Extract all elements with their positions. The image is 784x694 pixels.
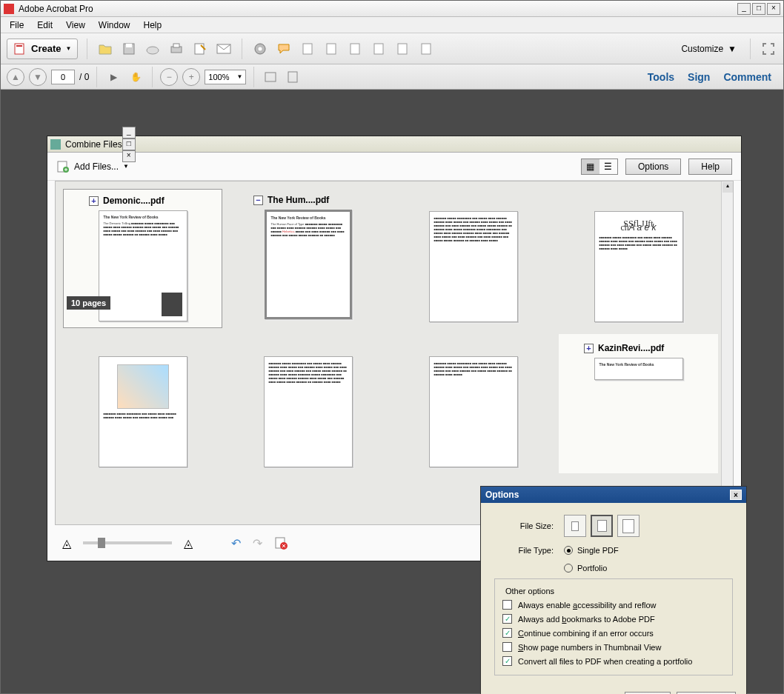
page-thumbnail[interactable]: The New York Review of Books The Human F… bbox=[265, 210, 352, 319]
print-icon[interactable] bbox=[167, 40, 185, 58]
bookmarks-checkbox[interactable]: ✓ bbox=[502, 614, 512, 624]
collapse-icon[interactable]: − bbox=[253, 196, 263, 205]
expand-icon[interactable]: + bbox=[89, 196, 99, 206]
comment-icon[interactable] bbox=[275, 40, 293, 58]
thumbnail-view-button[interactable]: ▦ bbox=[582, 159, 599, 174]
page-thumbnail[interactable]: The New York Review of Books The Demonic… bbox=[99, 210, 187, 321]
help-button[interactable]: Help bbox=[688, 159, 732, 175]
zoom-out-button[interactable]: − bbox=[160, 68, 178, 86]
mail-icon[interactable] bbox=[215, 40, 233, 58]
minimize-button[interactable]: _ bbox=[737, 3, 751, 15]
create-pdf-icon bbox=[13, 42, 27, 56]
accessibility-checkbox[interactable] bbox=[502, 600, 512, 610]
expand-icon[interactable]: + bbox=[584, 344, 594, 353]
fullscreen-icon[interactable] bbox=[760, 40, 777, 58]
file-item[interactable]: + KazinRevi....pdf The New York Review o… bbox=[559, 334, 718, 473]
file-label: Demonic....pdf bbox=[103, 196, 165, 206]
menu-help[interactable]: Help bbox=[138, 19, 168, 32]
zoom-input[interactable]: 100%▼ bbox=[205, 70, 246, 84]
view-toggle[interactable]: ▦ ☰ bbox=[581, 159, 618, 175]
file-type-label: File Type: bbox=[494, 546, 554, 555]
scroll-up-button[interactable]: ▴ bbox=[722, 182, 733, 193]
page-icon[interactable] bbox=[299, 40, 316, 58]
zoom-in-button[interactable]: + bbox=[182, 68, 200, 86]
options-button[interactable]: Options bbox=[625, 159, 681, 175]
zoom-out-small-icon[interactable]: ◬ bbox=[62, 536, 71, 550]
menu-window[interactable]: Window bbox=[93, 19, 136, 32]
page-thumbnail[interactable]: ■■■■■■■ ■■■■■ ■■■■■■■■ ■■■ ■■■■■ ■■■■ ■■… bbox=[429, 211, 518, 322]
page-icon-5[interactable] bbox=[393, 40, 411, 58]
maximize-button[interactable]: □ bbox=[752, 3, 765, 15]
show-page-numbers-checkbox[interactable] bbox=[502, 642, 512, 652]
file-item[interactable]: ■■■■■■■ ■■■■■ ■■■■■■■■ ■■■ ■■■■■ ■■■■ ■■… bbox=[228, 334, 388, 473]
next-page-button[interactable]: ▼ bbox=[29, 68, 47, 86]
page-thumbnail[interactable]: SSfl JJft chA a e k ■■■■■■■ ■■■■■ ■■■■■■… bbox=[594, 211, 683, 322]
file-item[interactable]: ■■■■■■■ ■■■■■ ■■■■■■■■ ■■■ ■■■■■ ■■■■ ■■… bbox=[393, 334, 553, 473]
portfolio-label: Portfolio bbox=[577, 564, 607, 573]
select-icon[interactable]: ▶ bbox=[104, 68, 122, 86]
single-pdf-label: Single PDF bbox=[577, 546, 619, 555]
portfolio-radio[interactable] bbox=[564, 564, 573, 573]
add-files-button[interactable]: Add Files... ▼ bbox=[56, 160, 129, 173]
close-button[interactable]: × bbox=[767, 3, 780, 15]
svg-rect-1 bbox=[16, 45, 22, 47]
add-files-icon bbox=[56, 160, 70, 173]
tools-link[interactable]: Tools bbox=[648, 71, 674, 83]
menu-file[interactable]: File bbox=[4, 19, 30, 32]
edit-icon[interactable] bbox=[191, 40, 209, 58]
options-dialog: Options × File Size: File Type: Single P… bbox=[480, 486, 747, 694]
size-large-button[interactable] bbox=[617, 515, 640, 537]
combine-minimize-button[interactable]: _ bbox=[122, 127, 136, 139]
page-thumbnail[interactable]: The New York Review of Books bbox=[594, 358, 683, 380]
file-item[interactable]: SSfl JJft chA a e k ■■■■■■■ ■■■■■ ■■■■■■… bbox=[559, 189, 718, 328]
open-icon[interactable] bbox=[96, 40, 114, 58]
file-item[interactable]: − The Hum....pdf The New York Review of … bbox=[228, 189, 388, 328]
page-icon-6[interactable] bbox=[417, 40, 435, 58]
thumbnail-size-slider[interactable] bbox=[83, 541, 172, 544]
page-icon-4[interactable] bbox=[370, 40, 388, 58]
continue-error-checkbox[interactable]: ✓ bbox=[502, 628, 512, 638]
combine-maximize-button[interactable]: □ bbox=[122, 139, 136, 150]
titlebar: Adobe Acrobat Pro _ □ × bbox=[1, 1, 783, 17]
fit-page-icon[interactable] bbox=[284, 68, 302, 86]
single-pdf-radio[interactable] bbox=[564, 546, 573, 555]
customize-button[interactable]: Customize ▼ bbox=[677, 42, 741, 56]
undo-icon[interactable]: ↶ bbox=[231, 536, 241, 550]
menu-view[interactable]: View bbox=[60, 19, 91, 32]
svg-rect-13 bbox=[351, 44, 359, 54]
dialog-close-button[interactable]: × bbox=[730, 490, 742, 500]
page-icon-2[interactable] bbox=[322, 40, 340, 58]
menu-edit[interactable]: Edit bbox=[31, 19, 59, 32]
sign-link[interactable]: Sign bbox=[688, 71, 710, 83]
list-view-button[interactable]: ☰ bbox=[599, 159, 617, 174]
page-thumbnail[interactable]: ■■■■■■■ ■■■■■ ■■■■■■■■ ■■■ ■■■■■ ■■■■ ■■… bbox=[264, 356, 353, 467]
zoom-in-small-icon[interactable]: ◬ bbox=[184, 536, 193, 550]
page-thumbnail[interactable]: ■■■■■■■ ■■■■■ ■■■■■■■■ ■■■ ■■■■■ ■■■■ ■■… bbox=[429, 356, 518, 467]
svg-rect-7 bbox=[195, 44, 204, 54]
page-thumbnail[interactable]: ■■■■■■■ ■■■■■ ■■■■■■■■ ■■■ ■■■■■ ■■■■ ■■… bbox=[99, 356, 187, 467]
svg-rect-18 bbox=[288, 72, 297, 82]
other-options-group: Other options Always enable accessibilit… bbox=[494, 578, 733, 675]
document-viewport: Combine Files _ □ × Add Files... ▼ ▦ ☰ O… bbox=[1, 90, 783, 693]
cloud-icon[interactable] bbox=[144, 40, 162, 58]
page-icon-3[interactable] bbox=[346, 40, 364, 58]
file-item[interactable]: + Demonic....pdf The New York Review of … bbox=[63, 189, 222, 328]
gear-icon[interactable] bbox=[251, 40, 269, 58]
create-button[interactable]: Create ▼ bbox=[7, 39, 78, 59]
size-small-button[interactable] bbox=[564, 515, 586, 537]
delete-icon[interactable] bbox=[274, 536, 288, 550]
redo-icon[interactable]: ↷ bbox=[253, 536, 262, 550]
svg-rect-17 bbox=[265, 73, 276, 81]
size-medium-button[interactable] bbox=[591, 515, 613, 537]
options-titlebar: Options × bbox=[481, 487, 746, 503]
file-item[interactable]: ■■■■■■■ ■■■■■ ■■■■■■■■ ■■■ ■■■■■ ■■■■ ■■… bbox=[393, 189, 553, 328]
save-icon[interactable] bbox=[120, 40, 138, 58]
hand-icon[interactable]: ✋ bbox=[127, 68, 144, 86]
prev-page-button[interactable]: ▲ bbox=[7, 68, 24, 86]
file-item[interactable]: ■■■■■■■ ■■■■■ ■■■■■■■■ ■■■ ■■■■■ ■■■■ ■■… bbox=[63, 334, 222, 473]
scrollbar[interactable]: ▴ bbox=[721, 181, 733, 524]
comment-link[interactable]: Comment bbox=[723, 71, 771, 83]
convert-portfolio-checkbox[interactable]: ✓ bbox=[502, 656, 512, 666]
fit-icon[interactable] bbox=[262, 68, 279, 86]
page-input[interactable] bbox=[51, 70, 75, 84]
